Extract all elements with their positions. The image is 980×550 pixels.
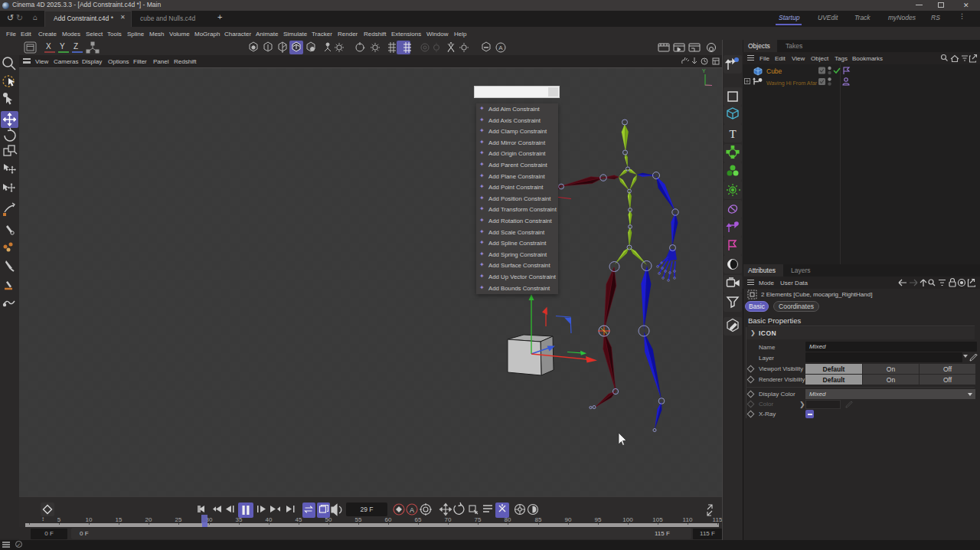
svg-text:29 F: 29 F: [360, 506, 373, 513]
svg-text:A: A: [498, 44, 503, 51]
svg-text:Cube: Cube: [766, 67, 782, 75]
svg-text:A: A: [410, 506, 414, 514]
svg-text:Y: Y: [702, 68, 706, 74]
svg-text:T: T: [729, 128, 736, 140]
svg-text:Waving Hi From Afar: Waving Hi From Afar: [766, 80, 818, 87]
